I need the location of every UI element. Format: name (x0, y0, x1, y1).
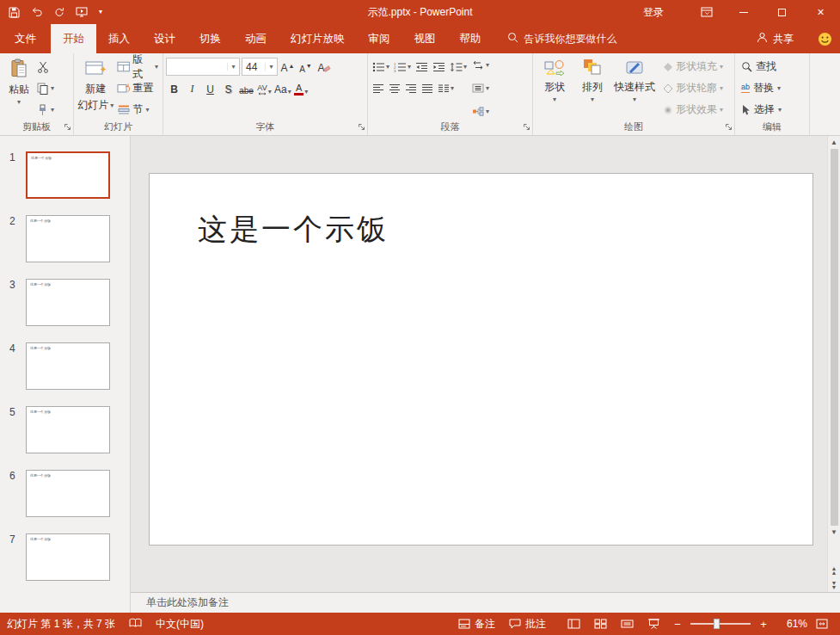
thumbnail-slide-3[interactable]: 3这是一个示饭 (0, 279, 130, 326)
vertical-scrollbar[interactable]: ▲ ▼ ▲▲ ▼▼ (827, 136, 840, 592)
maximize-button[interactable] (763, 0, 801, 24)
grow-font-button[interactable]: A▲ (279, 59, 296, 76)
next-slide-button[interactable]: ▼▼ (831, 581, 837, 590)
notes-placeholder[interactable]: 单击此处添加备注 (146, 595, 229, 610)
thumbnail-box[interactable]: 这是一个示饭 (26, 533, 110, 581)
align-center-button[interactable] (389, 83, 401, 94)
bold-button[interactable]: B (166, 80, 182, 97)
comments-toggle-button[interactable]: 批注 (502, 613, 553, 635)
thumbnail-box[interactable]: 这是一个示饭 (26, 470, 110, 517)
zoom-in-button[interactable]: + (757, 618, 769, 631)
font-dialog-launcher-icon[interactable] (358, 121, 365, 133)
thumbnail-box[interactable]: 这是一个示饭 (26, 342, 110, 390)
tab-insert[interactable]: 插入 (96, 24, 142, 53)
replace-button[interactable]: ab替换▾ (741, 80, 782, 96)
shape-effects-button[interactable]: 形状效果▾ (663, 102, 723, 118)
slide[interactable]: 这是一个示饭 (149, 173, 813, 546)
tab-help[interactable]: 帮助 (448, 24, 494, 53)
tab-slideshow[interactable]: 幻灯片放映 (279, 24, 357, 53)
redo-icon[interactable] (54, 7, 64, 17)
zoom-slider[interactable] (690, 623, 751, 625)
cut-button[interactable] (35, 58, 56, 76)
thumbnail-box[interactable]: 这是一个示饭 (26, 279, 110, 326)
tell-me-search[interactable]: 告诉我你想要做什么 (507, 24, 617, 53)
thumbnail-slide-6[interactable]: 6这是一个示饭 (0, 470, 130, 517)
underline-button[interactable]: U (202, 80, 218, 97)
italic-button[interactable]: I (184, 80, 200, 97)
font-color-button[interactable]: A▾ (293, 80, 310, 97)
zoom-slider-thumb[interactable] (714, 619, 720, 629)
text-shadow-button[interactable]: S (220, 80, 236, 97)
new-slide-button[interactable]: 新建 幻灯片▾ (77, 56, 115, 120)
language-indicator[interactable]: 中文(中国) (156, 617, 204, 632)
reading-view-icon[interactable] (618, 613, 636, 635)
convert-smartart-button[interactable]: ▾ (472, 105, 489, 118)
shrink-font-button[interactable]: A▼ (297, 59, 314, 76)
change-case-button[interactable]: Aa▾ (274, 80, 291, 97)
quick-styles-button[interactable]: 快速样式 ▾ (611, 56, 658, 120)
thumbnail-box[interactable]: 这是一个示饭 (26, 151, 110, 199)
zoom-out-button[interactable]: − (671, 618, 684, 631)
start-slideshow-icon[interactable] (76, 7, 88, 17)
justify-button[interactable] (421, 83, 433, 94)
tab-review[interactable]: 审阅 (357, 24, 402, 53)
increase-indent-button[interactable] (432, 62, 445, 72)
notes-pane[interactable]: 单击此处添加备注 (131, 592, 840, 613)
sign-in-button[interactable]: 登录 (643, 5, 664, 20)
align-text-button[interactable]: ▾ (472, 82, 489, 95)
shape-outline-button[interactable]: 形状轮廓▾ (663, 80, 723, 96)
slideshow-view-icon[interactable] (645, 613, 663, 635)
select-button[interactable]: 选择▾ (741, 102, 782, 118)
tab-home[interactable]: 开始 (51, 24, 96, 53)
qat-customize-icon[interactable]: ▾ (99, 9, 102, 15)
slide-sorter-view-icon[interactable] (592, 613, 610, 635)
share-button[interactable]: 共享 (757, 24, 794, 53)
numbering-button[interactable]: 123▾ (394, 62, 411, 72)
close-button[interactable]: × (801, 0, 840, 24)
thumbnail-slide-4[interactable]: 4这是一个示饭 (0, 342, 130, 390)
columns-button[interactable]: ▾ (438, 83, 454, 94)
font-name-combo[interactable]: ▾ (166, 58, 240, 76)
section-button[interactable]: 节▾ (115, 101, 160, 119)
fit-slide-to-window-icon[interactable] (811, 613, 833, 635)
text-direction-button[interactable]: ▾ (472, 59, 489, 71)
paste-button[interactable]: 粘贴 ▾ (3, 56, 35, 120)
zoom-percentage[interactable]: 61% (776, 618, 807, 630)
save-icon[interactable] (9, 7, 20, 18)
decrease-indent-button[interactable] (415, 62, 428, 72)
bullets-button[interactable]: ▾ (372, 62, 389, 72)
thumbnail-slide-5[interactable]: 5这是一个示饭 (0, 406, 130, 453)
shape-fill-button[interactable]: 形状填充▾ (663, 59, 723, 75)
clear-formatting-button[interactable]: A (316, 59, 332, 76)
slide-title-text[interactable]: 这是一个示饭 (198, 210, 389, 250)
strikethrough-button[interactable]: abe (238, 80, 254, 97)
character-spacing-button[interactable]: AV▾ (256, 80, 273, 97)
scroll-down-icon[interactable]: ▼ (831, 527, 837, 538)
thumbnail-slide-7[interactable]: 7这是一个示饭 (0, 533, 130, 581)
tab-file[interactable]: 文件 (0, 24, 51, 53)
tab-animations[interactable]: 动画 (233, 24, 279, 53)
paragraph-dialog-launcher-icon[interactable] (523, 121, 530, 133)
minimize-button[interactable] (724, 0, 763, 24)
format-painter-button[interactable]: ▾ (35, 101, 56, 119)
thumbnail-box[interactable]: 这是一个示饭 (26, 215, 110, 262)
spell-check-icon[interactable] (129, 618, 142, 631)
scroll-up-icon[interactable]: ▲ (831, 137, 837, 148)
tab-view[interactable]: 视图 (402, 24, 448, 53)
layout-button[interactable]: 版式▾ (115, 58, 160, 76)
slide-counter[interactable]: 幻灯片 第 1 张，共 7 张 (7, 617, 115, 632)
copy-button[interactable]: ▾ (35, 79, 56, 97)
clipboard-dialog-launcher-icon[interactable] (64, 121, 71, 133)
normal-view-icon[interactable] (565, 613, 583, 635)
align-right-button[interactable] (405, 83, 417, 94)
drawing-dialog-launcher-icon[interactable] (725, 121, 733, 133)
font-size-combo[interactable]: 44▾ (242, 58, 278, 76)
notes-toggle-button[interactable]: 备注 (451, 613, 502, 635)
thumbnail-slide-1[interactable]: 1这是一个示饭 (0, 151, 130, 199)
previous-slide-button[interactable]: ▲▲ (831, 566, 837, 576)
feedback-smiley-icon[interactable] (818, 24, 832, 53)
tab-transitions[interactable]: 切换 (187, 24, 233, 53)
find-button[interactable]: 查找 (741, 59, 782, 75)
line-spacing-button[interactable]: ▾ (450, 62, 467, 72)
thumbnail-slide-2[interactable]: 2这是一个示饭 (0, 215, 130, 262)
